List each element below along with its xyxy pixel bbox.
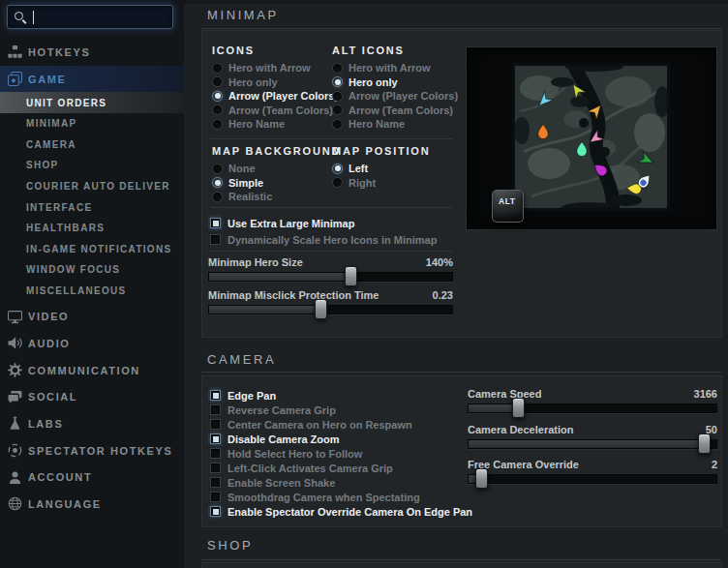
radio-button[interactable] xyxy=(332,177,343,188)
sidebar-item-in-game-notifications[interactable]: IN-GAME NOTIFICATIONS xyxy=(0,239,184,260)
checkbox[interactable] xyxy=(210,404,221,415)
sidebar-item-camera[interactable]: CAMERA xyxy=(0,135,184,156)
slider-handle[interactable] xyxy=(315,299,327,319)
radio-option-hero-only[interactable]: Hero only xyxy=(332,75,458,90)
radio-group-map-position: MAP POSITIONLeftRight xyxy=(332,145,430,190)
radio-option-arrow-team-colors[interactable]: Arrow (Team Colors) xyxy=(212,104,338,118)
slider-handle[interactable] xyxy=(698,433,711,454)
sidebar-item-label: WINDOW FOCUS xyxy=(26,264,120,275)
sidebar-item-labs[interactable]: LABS xyxy=(0,410,184,437)
checkbox[interactable] xyxy=(210,506,221,517)
sidebar-item-miscellaneous[interactable]: MISCELLANEOUS xyxy=(0,281,184,302)
checkbox-option-left-click-activates-camera-grip[interactable]: Left-Click Activates Camera Grip xyxy=(210,461,472,475)
radio-option-none[interactable]: None xyxy=(212,162,341,176)
sidebar-item-video[interactable]: VIDEO xyxy=(0,303,184,330)
checkbox-option-edge-pan[interactable]: Edge Pan xyxy=(210,388,472,403)
sidebar-item-language[interactable]: LANGUAGE xyxy=(0,491,184,518)
radio-option-arrow-player-colors[interactable]: Arrow (Player Colors) xyxy=(212,89,338,104)
labs-icon xyxy=(8,416,22,431)
sidebar-item-label: HOTKEYS xyxy=(28,46,90,58)
radio-option-realistic[interactable]: Realistic xyxy=(212,190,341,204)
sidebar-item-social[interactable]: SOCIAL xyxy=(0,383,184,410)
radio-option-simple[interactable]: Simple xyxy=(212,176,341,191)
slider-track[interactable] xyxy=(208,272,453,282)
radio-button[interactable] xyxy=(332,164,343,174)
checkbox[interactable] xyxy=(210,477,221,488)
radio-button[interactable] xyxy=(212,76,223,87)
radio-button[interactable] xyxy=(212,63,223,74)
sidebar-item-game[interactable]: GAME xyxy=(0,66,184,93)
checkbox-option-use-extra-large-minimap[interactable]: Use Extra Large Minimap xyxy=(210,215,437,231)
slider-track[interactable] xyxy=(468,439,717,449)
radio-button[interactable] xyxy=(332,105,343,115)
sidebar-item-courier-auto-deliver[interactable]: COURIER AUTO DELIVER xyxy=(0,176,184,197)
sidebar-item-account[interactable]: ACCOUNT xyxy=(0,463,184,491)
checkbox[interactable] xyxy=(210,390,221,401)
camera-deceleration-slider: Camera Deceleration50 xyxy=(468,423,717,449)
checkbox-option-disable-camera-zoom[interactable]: Disable Camera Zoom xyxy=(210,432,472,446)
search-box[interactable] xyxy=(7,5,173,29)
radio-option-hero-name[interactable]: Hero Name xyxy=(332,117,458,132)
checkbox[interactable] xyxy=(210,492,221,502)
checkbox-option-enable-spectator-override-camera-on-edge-pan[interactable]: Enable Spectator Override Camera On Edge… xyxy=(210,504,472,519)
radio-option-right[interactable]: Right xyxy=(332,176,430,191)
slider-track[interactable] xyxy=(468,404,717,413)
slider-track[interactable] xyxy=(208,305,453,314)
radio-option-label: Left xyxy=(349,163,368,174)
radio-button[interactable] xyxy=(212,91,223,102)
radio-option-label: Arrow (Team Colors) xyxy=(228,105,333,116)
checkbox-option-enable-screen-shake[interactable]: Enable Screen Shake xyxy=(210,475,472,490)
sidebar-item-unit-orders[interactable]: UNIT ORDERS xyxy=(0,92,184,113)
radio-button[interactable] xyxy=(212,164,223,174)
sidebar-item-window-focus[interactable]: WINDOW FOCUS xyxy=(0,259,184,281)
hotkeys-icon xyxy=(8,45,22,59)
radio-option-hero-with-arrow[interactable]: Hero with Arrow xyxy=(212,61,338,75)
sidebar-item-interface[interactable]: INTERFACE xyxy=(0,196,184,218)
radio-option-arrow-team-colors[interactable]: Arrow (Team Colors) xyxy=(332,104,458,118)
slider-header: Free Camera Override2 xyxy=(468,458,717,470)
slider-handle[interactable] xyxy=(345,266,357,286)
checkbox[interactable] xyxy=(210,433,221,444)
checkbox[interactable] xyxy=(210,463,221,473)
checkbox[interactable] xyxy=(210,448,221,459)
radio-option-hero-name[interactable]: Hero Name xyxy=(212,117,338,132)
checkbox-option-hold-select-hero-to-follow[interactable]: Hold Select Hero to Follow xyxy=(210,446,472,461)
radio-button[interactable] xyxy=(212,177,223,188)
checkbox[interactable] xyxy=(210,218,221,228)
checkbox-option-dynamically-scale-hero-icons-in-minimap[interactable]: Dynamically Scale Hero Icons in Minimap xyxy=(210,231,437,248)
checkbox[interactable] xyxy=(210,234,221,245)
radio-option-arrow-player-colors[interactable]: Arrow (Player Colors) xyxy=(332,89,458,104)
radio-button[interactable] xyxy=(212,192,223,202)
slider-fill xyxy=(469,404,518,412)
checkbox-option-reverse-camera-grip[interactable]: Reverse Camera Grip xyxy=(210,403,472,417)
sidebar-item-audio[interactable]: AUDIO xyxy=(0,330,184,357)
sidebar-item-communication[interactable]: COMMUNICATION xyxy=(0,357,184,384)
checkbox-option-smoothdrag-camera-when-spectating[interactable]: Smoothdrag Camera when Spectating xyxy=(210,490,472,504)
sidebar-item-hotkeys[interactable]: HOTKEYS xyxy=(0,39,184,66)
section-divider xyxy=(201,372,721,373)
sidebar-item-shop[interactable]: SHOP xyxy=(0,155,184,176)
radio-option-hero-only[interactable]: Hero only xyxy=(212,75,338,90)
section-title-minimap: MINIMAP xyxy=(207,8,279,22)
sidebar-item-label: SPECTATOR HOTKEYS xyxy=(28,445,172,457)
settings-content: MINIMAP ICONSHero with ArrowHero onlyArr… xyxy=(184,0,728,568)
slider-handle[interactable] xyxy=(512,398,525,418)
checkbox[interactable] xyxy=(210,419,221,430)
slider-track[interactable] xyxy=(468,474,717,484)
radio-button[interactable] xyxy=(332,76,343,87)
sidebar-item-label: ACCOUNT xyxy=(28,471,92,483)
radio-button[interactable] xyxy=(332,119,343,130)
sidebar-item-healthbars[interactable]: HEALTHBARS xyxy=(0,218,184,239)
radio-option-hero-with-arrow[interactable]: Hero with Arrow xyxy=(332,61,458,75)
radio-option-left[interactable]: Left xyxy=(332,162,430,176)
sidebar-item-spectator-hotkeys[interactable]: SPECTATOR HOTKEYS xyxy=(0,437,184,464)
radio-button[interactable] xyxy=(332,63,343,74)
radio-button[interactable] xyxy=(332,91,343,102)
radio-button[interactable] xyxy=(212,105,223,115)
checkbox-option-center-camera-on-hero-on-respawn[interactable]: Center Camera on Hero on Respawn xyxy=(210,417,472,432)
settings-search-input[interactable] xyxy=(40,11,167,24)
slider-handle[interactable] xyxy=(475,468,488,489)
slider-header: Camera Speed3166 xyxy=(468,387,717,400)
sidebar-item-minimap[interactable]: MINIMAP xyxy=(0,113,184,135)
radio-button[interactable] xyxy=(212,119,223,130)
